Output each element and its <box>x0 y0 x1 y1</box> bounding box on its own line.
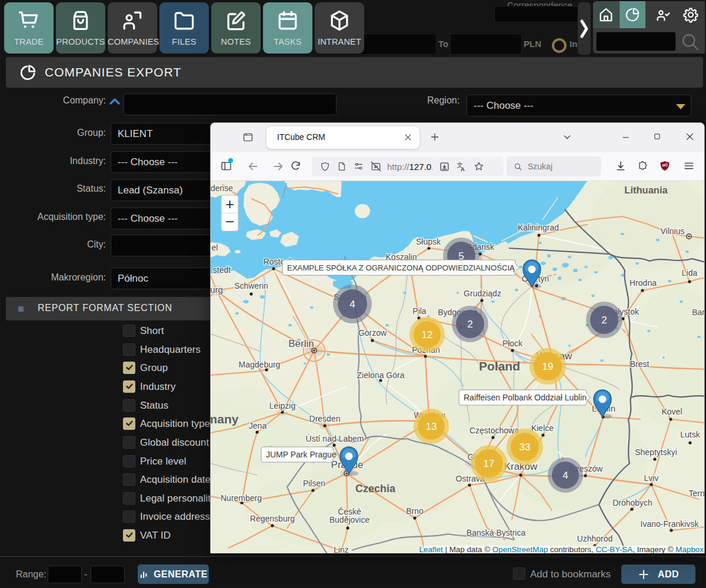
svg-text:2: 2 <box>601 315 607 326</box>
svg-text:Grudziądz: Grudziądz <box>464 289 501 298</box>
svg-text:Magdeburg: Magdeburg <box>239 360 281 369</box>
svg-text:dense: dense <box>211 183 233 193</box>
svg-text:Berlin: Berlin <box>288 338 314 349</box>
svg-text:33: 33 <box>519 442 531 453</box>
svg-text:Słupsk: Słupsk <box>416 237 441 246</box>
svg-text:uO: uO <box>662 163 667 167</box>
svg-text:Nuremberg: Nuremberg <box>221 493 262 503</box>
svg-text:Terno: Terno <box>688 489 704 498</box>
svg-text:17: 17 <box>484 458 495 469</box>
svg-text:Budějovice: Budějovice <box>329 515 370 524</box>
svg-text:Brest: Brest <box>630 359 650 369</box>
svg-text:Częstochowa: Częstochowa <box>469 426 519 435</box>
svg-text:Drohobych: Drohobych <box>612 498 652 507</box>
svg-text:Sheptytskyi: Sheptytskyi <box>635 447 677 457</box>
svg-text:Dresden: Dresden <box>309 414 341 423</box>
svg-text:el: el <box>212 243 218 252</box>
svg-text:Schwerin: Schwerin <box>234 281 268 290</box>
svg-text:−: − <box>225 213 234 230</box>
svg-text:Ústí nad Labem: Ústí nad Labem <box>306 434 364 443</box>
svg-text:urg: urg <box>211 285 223 295</box>
svg-text:Brno: Brno <box>406 506 424 516</box>
svg-text:4: 4 <box>562 470 568 481</box>
svg-text:Jena: Jena <box>249 421 267 430</box>
svg-text:Zielona Góra: Zielona Góra <box>357 370 405 380</box>
svg-text:stedt: stedt <box>213 265 231 275</box>
svg-text:Kovel: Kovel <box>661 407 682 416</box>
svg-text:Kielce: Kielce <box>531 423 554 433</box>
svg-text:19: 19 <box>542 361 554 372</box>
svg-text:Regensburg: Regensburg <box>250 514 295 523</box>
svg-text:Vilnius: Vilnius <box>661 226 685 236</box>
svg-text:Leaflet | Map data © OpenStree: Leaflet | Map data © OpenStreetMap contr… <box>419 545 704 553</box>
svg-text:2: 2 <box>467 319 472 330</box>
svg-text:Lithuania: Lithuania <box>624 185 668 195</box>
svg-text:Leipzig: Leipzig <box>269 401 295 410</box>
svg-text:Kaliningrad: Kaliningrad <box>518 223 559 232</box>
svg-text:Lviv: Lviv <box>644 473 659 483</box>
svg-text:Hrodna: Hrodna <box>630 278 657 288</box>
svg-text:Czechia: Czechia <box>355 483 396 495</box>
svg-text:Gorzow: Gorzow <box>358 328 387 338</box>
svg-text:Banská Bystrica: Banská Bystrica <box>467 528 526 537</box>
svg-text:Bara: Bara <box>692 308 704 317</box>
svg-text:4: 4 <box>349 299 355 310</box>
svg-text:A: A <box>461 165 465 172</box>
svg-text:Uzhhorod: Uzhhorod <box>577 534 613 543</box>
svg-text:JUMP Park Prague: JUMP Park Prague <box>266 450 337 459</box>
svg-text:many: many <box>211 412 239 426</box>
svg-text:Płock: Płock <box>502 339 523 348</box>
svg-text:Lida: Lida <box>682 268 698 278</box>
svg-text:+: + <box>225 195 234 213</box>
svg-text:Linz: Linz <box>334 545 349 553</box>
svg-text:Lutsk: Lutsk <box>680 430 700 439</box>
svg-text:EXAMPLE SPÓŁKA Z OGRANICZONĄ O: EXAMPLE SPÓŁKA Z OGRANICZONĄ ODPOWIEDZIA… <box>287 263 515 272</box>
svg-text:Pila: Pila <box>412 306 427 316</box>
svg-text:Ivano-Frankivsk: Ivano-Frankivsk <box>641 519 700 529</box>
svg-text:Raiffeisen Polbank Oddział Lub: Raiffeisen Polbank Oddział Lublin <box>464 393 587 402</box>
svg-text:Poland: Poland <box>479 359 520 373</box>
svg-text:12: 12 <box>422 329 433 340</box>
svg-text:13: 13 <box>426 421 437 432</box>
svg-text:Pilsen: Pilsen <box>303 479 325 488</box>
